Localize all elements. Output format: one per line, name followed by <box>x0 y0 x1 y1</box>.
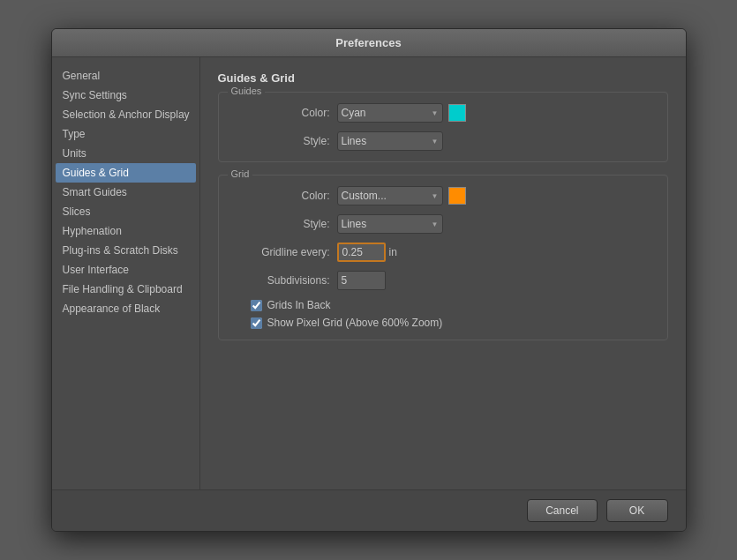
grids-in-back-checkbox[interactable] <box>251 300 262 311</box>
guides-group: Guides Color: Cyan Style: Lines <box>218 92 668 162</box>
guides-style-label: Style: <box>233 135 330 147</box>
grids-in-back-row: Grids In Back <box>233 299 653 311</box>
guides-style-row: Style: Lines <box>233 131 653 151</box>
guides-color-select[interactable]: Cyan <box>337 103 443 123</box>
grid-style-row: Style: Lines <box>233 214 653 234</box>
sidebar-item-hyphenation[interactable]: Hyphenation <box>52 221 199 241</box>
sidebar-item-slices[interactable]: Slices <box>52 202 199 221</box>
ok-button[interactable]: OK <box>606 499 668 522</box>
subdivisions-label: Subdivisions: <box>233 274 330 287</box>
title-text: Preferences <box>335 36 401 49</box>
sidebar-item-general[interactable]: General <box>52 66 199 86</box>
grid-style-select[interactable]: Lines <box>337 214 443 234</box>
guides-style-select[interactable]: Lines <box>337 131 443 151</box>
grid-group-label: Grid <box>228 168 253 179</box>
section-title: Guides & Grid <box>218 71 668 85</box>
sidebar-item-guides-grid[interactable]: Guides & Grid <box>56 163 196 183</box>
preferences-dialog: Preferences General Sync Settings Select… <box>51 28 687 532</box>
gridline-unit: in <box>389 246 397 258</box>
sidebar-item-plugins[interactable]: Plug-ins & Scratch Disks <box>52 241 199 260</box>
cancel-button[interactable]: Cancel <box>527 499 597 522</box>
guides-color-swatch[interactable] <box>448 104 466 122</box>
dialog-title: Preferences <box>52 29 686 57</box>
grids-in-back-label[interactable]: Grids In Back <box>267 299 331 311</box>
guides-color-label: Color: <box>233 107 330 119</box>
show-pixel-grid-checkbox[interactable] <box>251 317 262 329</box>
grid-group: Grid Color: Custom... Style: Lines <box>218 175 668 340</box>
subdivisions-input[interactable]: 5 <box>337 271 386 290</box>
sidebar: General Sync Settings Selection & Anchor… <box>52 57 200 489</box>
grid-color-select[interactable]: Custom... <box>337 186 443 205</box>
subdivisions-row: Subdivisions: 5 <box>233 271 653 290</box>
guides-color-select-wrapper: Cyan <box>337 103 443 123</box>
grid-color-row: Color: Custom... <box>233 186 653 205</box>
sidebar-item-selection-anchor[interactable]: Selection & Anchor Display <box>52 105 199 124</box>
sidebar-item-type[interactable]: Type <box>52 124 199 144</box>
grid-color-label: Color: <box>233 190 330 202</box>
grid-color-select-wrapper: Custom... <box>337 186 443 205</box>
show-pixel-grid-label[interactable]: Show Pixel Grid (Above 600% Zoom) <box>267 317 443 329</box>
sidebar-item-units[interactable]: Units <box>52 144 199 163</box>
guides-color-row: Color: Cyan <box>233 103 653 123</box>
sidebar-item-file-handling[interactable]: File Handling & Clipboard <box>52 280 199 299</box>
show-pixel-grid-row: Show Pixel Grid (Above 600% Zoom) <box>233 317 653 329</box>
dialog-footer: Cancel OK <box>52 489 686 531</box>
gridline-label: Gridline every: <box>233 246 330 258</box>
grid-style-select-wrapper: Lines <box>337 214 443 234</box>
gridline-input[interactable]: 0.25 <box>337 243 386 262</box>
gridline-row: Gridline every: 0.25 in <box>233 243 653 262</box>
main-content: Guides & Grid Guides Color: Cyan Style: <box>200 57 686 489</box>
dialog-content: General Sync Settings Selection & Anchor… <box>52 57 686 489</box>
sidebar-item-user-interface[interactable]: User Interface <box>52 260 199 280</box>
guides-group-label: Guides <box>228 86 266 96</box>
grid-color-swatch[interactable] <box>448 187 466 205</box>
sidebar-item-appearance-black[interactable]: Appearance of Black <box>52 299 199 318</box>
grid-style-label: Style: <box>233 218 330 230</box>
sidebar-item-sync-settings[interactable]: Sync Settings <box>52 86 199 105</box>
guides-style-select-wrapper: Lines <box>337 131 443 151</box>
sidebar-item-smart-guides[interactable]: Smart Guides <box>52 183 199 202</box>
